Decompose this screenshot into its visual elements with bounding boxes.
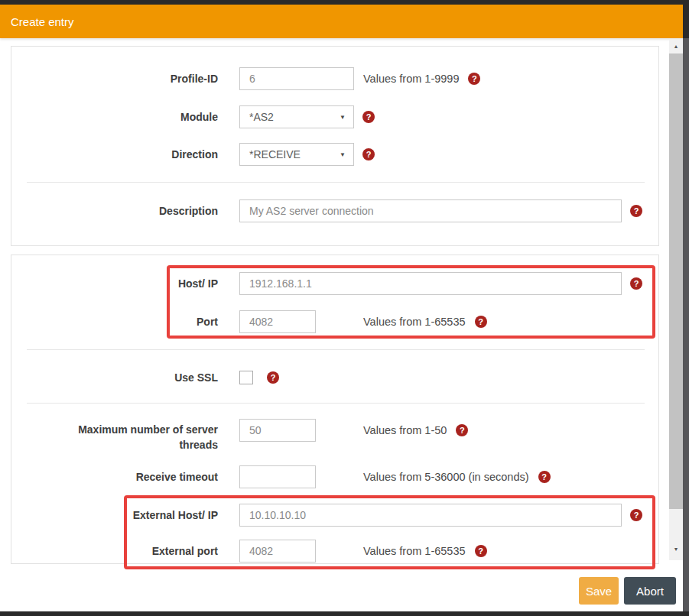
external-port-hint: Values from 1-65535 ?: [363, 540, 487, 563]
divider: [27, 403, 645, 404]
profile-id-hint-text: Values from 1-9999: [363, 73, 459, 85]
help-icon[interactable]: ?: [475, 316, 487, 328]
max-threads-hint: Values from 1-50 ?: [363, 419, 468, 442]
direction-hint: ?: [362, 143, 375, 166]
external-port-input[interactable]: [239, 540, 316, 563]
direction-select-value: *RECEIVE: [249, 148, 301, 160]
receive-timeout-hint-text: Values from 5-36000 (in seconds): [363, 471, 529, 483]
external-host-ip-hint: ?: [630, 504, 642, 527]
direction-select[interactable]: *RECEIVE ▼: [239, 143, 354, 166]
profile-id-hint: Values from 1-9999 ?: [363, 67, 480, 90]
abort-button[interactable]: Abort: [624, 577, 676, 605]
max-threads-hint-text: Values from 1-50: [363, 424, 447, 436]
external-host-ip-label: External Host/ IP: [0, 504, 218, 527]
help-icon[interactable]: ?: [630, 277, 642, 290]
port-hint: Values from 1-65535 ?: [363, 310, 487, 333]
scroll-up-arrow-icon[interactable]: ▲: [669, 40, 683, 52]
port-hint-text: Values from 1-65535: [363, 316, 466, 328]
divider: [27, 349, 645, 350]
host-ip-label: Host/ IP: [0, 272, 218, 295]
max-threads-label: Maximum number of server threads: [42, 422, 218, 452]
module-label: Module: [0, 105, 218, 128]
help-icon[interactable]: ?: [456, 424, 468, 436]
chevron-down-icon: ▼: [340, 114, 346, 121]
chevron-down-icon: ▼: [340, 151, 346, 158]
host-ip-input[interactable]: [239, 272, 622, 295]
profile-id-label: Profile-ID: [0, 67, 218, 90]
external-port-label: External port: [0, 540, 218, 563]
description-label: Description: [0, 199, 218, 222]
receive-timeout-hint: Values from 5-36000 (in seconds) ?: [363, 465, 551, 488]
scroll-down-arrow-icon[interactable]: ▼: [669, 543, 683, 555]
divider: [27, 182, 645, 183]
use-ssl-checkbox[interactable]: [239, 371, 253, 384]
create-entry-dialog: Create entry Profile-ID Values from 1-99…: [0, 0, 689, 616]
external-port-hint-text: Values from 1-65535: [363, 545, 466, 557]
help-icon[interactable]: ?: [362, 111, 375, 123]
module-hint: ?: [362, 105, 375, 128]
port-label: Port: [0, 310, 218, 333]
help-icon[interactable]: ?: [630, 205, 642, 217]
right-edge-dark-strip: [683, 0, 689, 38]
use-ssl-label: Use SSL: [0, 366, 218, 389]
description-hint: ?: [630, 199, 642, 222]
host-ip-hint: ?: [630, 272, 642, 295]
description-input[interactable]: [239, 199, 622, 222]
dialog-title: Create entry: [11, 15, 74, 28]
direction-label: Direction: [0, 143, 218, 166]
use-ssl-hint: ?: [267, 366, 279, 389]
help-icon[interactable]: ?: [468, 73, 480, 85]
dialog-header: Create entry: [0, 5, 689, 38]
profile-id-input[interactable]: [239, 67, 354, 90]
module-select-value: *AS2: [249, 111, 274, 123]
save-button[interactable]: Save: [579, 577, 619, 605]
scrollbar-thumb[interactable]: [669, 53, 683, 509]
help-icon[interactable]: ?: [362, 148, 375, 160]
receive-timeout-input[interactable]: [239, 465, 316, 488]
receive-timeout-label: Receive timeout: [0, 465, 218, 488]
help-icon[interactable]: ?: [475, 545, 487, 557]
port-input[interactable]: [239, 310, 316, 333]
external-host-ip-input[interactable]: [239, 504, 622, 527]
help-icon[interactable]: ?: [630, 509, 642, 521]
max-threads-input[interactable]: [239, 419, 316, 442]
help-icon[interactable]: ?: [267, 371, 279, 384]
help-icon[interactable]: ?: [538, 471, 551, 483]
module-select[interactable]: *AS2 ▼: [239, 105, 354, 128]
right-edge-gray-strip: [683, 38, 689, 611]
bottom-edge-bar: [0, 611, 689, 616]
